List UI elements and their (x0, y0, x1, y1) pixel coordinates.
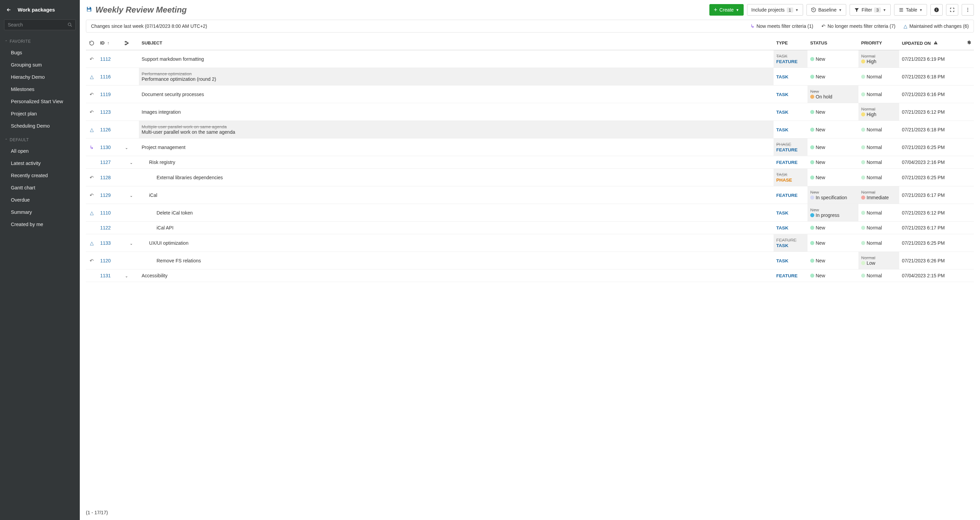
cell-id[interactable]: 1133 (97, 234, 121, 252)
fullscreen-button[interactable] (946, 4, 958, 16)
cell-subject[interactable]: iCal (139, 186, 773, 204)
cell-updated: 07/21/2023 6:25 PM (899, 169, 964, 186)
table-row[interactable]: ↶1129⌄iCalFEATURENewIn specificationNorm… (86, 186, 974, 204)
sidebar-item[interactable]: Bugs (0, 46, 80, 59)
table-row[interactable]: △1116Performance optimizationPerformance… (86, 68, 974, 86)
col-delta[interactable] (86, 35, 97, 50)
search-input[interactable] (8, 22, 67, 27)
chevron-down-icon[interactable]: ⌄ (124, 146, 129, 150)
cell-id[interactable]: 1127 (97, 156, 121, 169)
col-id[interactable]: ID ↑ (97, 35, 121, 50)
col-type[interactable]: TYPE (773, 35, 808, 50)
sidebar-item[interactable]: All open (0, 145, 80, 157)
cell-id[interactable]: 1122 (97, 222, 121, 234)
table-row[interactable]: 1127⌄Risk registryFEATURENewNormal07/04/… (86, 156, 974, 169)
cell-subject[interactable]: Remove FS relations (139, 252, 773, 269)
cell-tree-toggle[interactable]: ⌄ (121, 186, 139, 204)
chevron-down-icon[interactable]: ⌄ (124, 274, 129, 278)
table-row[interactable]: 1122iCal APITASKNewNormal07/21/2023 6:17… (86, 222, 974, 234)
filter-button[interactable]: Filter 3 ▼ (850, 4, 890, 16)
cell-subject[interactable]: UX/UI optimization (139, 234, 773, 252)
baseline-button[interactable]: Baseline ▼ (807, 4, 846, 16)
cell-updated: 07/04/2023 2:15 PM (899, 269, 964, 282)
cell-subject[interactable]: Project management (139, 138, 773, 156)
sidebar-item[interactable]: Hierachy Demo (0, 71, 80, 83)
table-row[interactable]: ↶1112Support markdown formattingTASKFEAT… (86, 50, 974, 68)
table-row[interactable]: △1110Delete iCal tokenTASKNewIn progress… (86, 204, 974, 222)
sidebar-title: Work packages (18, 7, 55, 13)
sidebar-item[interactable]: Grouping sum (0, 59, 80, 71)
cell-id[interactable]: 1110 (97, 204, 121, 222)
info-button[interactable] (931, 4, 943, 16)
status-dot (810, 241, 814, 245)
filter-icon (854, 7, 859, 13)
more-button[interactable] (962, 4, 974, 16)
create-button[interactable]: + Create ▼ (710, 4, 743, 16)
chevron-down-icon[interactable]: ⌄ (129, 241, 134, 246)
col-priority[interactable]: PRIORITY (858, 35, 899, 50)
table-row[interactable]: △1126Multiple user parallel work on same… (86, 121, 974, 138)
table-row[interactable]: △1133⌄UX/UI optimizationFEATURETASKNewNo… (86, 234, 974, 252)
cell-id[interactable]: 1116 (97, 68, 121, 86)
table-row[interactable]: ↶1120Remove FS relationsTASKNewNormalLow… (86, 252, 974, 269)
cell-id[interactable]: 1112 (97, 50, 121, 68)
table-row[interactable]: ↶1119Document security processesTASKNewO… (86, 86, 974, 103)
view-button[interactable]: Table ▼ (894, 4, 927, 16)
sidebar-item[interactable]: Overdue (0, 194, 80, 206)
cell-subject[interactable]: Multiple user parallel work on same agen… (139, 121, 773, 138)
col-updated[interactable]: UPDATED ON (899, 35, 964, 50)
cell-subject[interactable]: iCal API (139, 222, 773, 234)
col-subject[interactable]: SUBJECT (139, 35, 773, 50)
cell-id[interactable]: 1131 (97, 269, 121, 282)
cell-id[interactable]: 1123 (97, 103, 121, 121)
sidebar-item[interactable]: Milestones (0, 83, 80, 95)
sidebar-item[interactable]: Personalized Start View (0, 95, 80, 108)
sidebar-item[interactable]: Created by me (0, 218, 80, 231)
save-icon[interactable] (86, 6, 92, 14)
table-row[interactable]: ↶1128External libraries dependenciesTASK… (86, 169, 974, 186)
sidebar-item[interactable]: Recently created (0, 169, 80, 181)
nav-heading[interactable]: ⌃DEFAULT (0, 135, 80, 145)
back-arrow-icon[interactable] (6, 6, 11, 13)
chevron-down-icon: ▼ (795, 8, 799, 12)
cell-status: New (808, 169, 858, 186)
cell-subject[interactable]: Risk registry (139, 156, 773, 169)
cell-id[interactable]: 1119 (97, 86, 121, 103)
nav-heading[interactable]: ⌃FAVORITE (0, 36, 80, 46)
sidebar-item[interactable]: Project plan (0, 108, 80, 120)
col-status[interactable]: STATUS (808, 35, 858, 50)
table-row[interactable]: ↳1130⌄Project managementPHASEFEATURENewN… (86, 138, 974, 156)
cell-subject[interactable]: Accessibility (139, 269, 773, 282)
search-input-wrap[interactable] (4, 19, 76, 30)
cell-tree-toggle[interactable]: ⌄ (121, 156, 139, 169)
cell-tree-toggle[interactable]: ⌄ (121, 138, 139, 156)
cell-subject[interactable]: Document security processes (139, 86, 773, 103)
table-row[interactable]: 1131⌄AccessibilityFEATURENewNormal07/04/… (86, 269, 974, 282)
col-settings[interactable] (964, 35, 974, 50)
cell-blank (964, 269, 974, 282)
gear-icon[interactable] (966, 41, 971, 46)
sidebar-item[interactable]: Latest activity (0, 157, 80, 169)
chevron-down-icon[interactable]: ⌄ (129, 161, 134, 165)
chevron-down-icon[interactable]: ⌄ (129, 194, 134, 198)
table-row[interactable]: ↶1123Images integrationTASKNewNormalHigh… (86, 103, 974, 121)
cell-tree-toggle[interactable]: ⌄ (121, 269, 139, 282)
cell-updated: 07/21/2023 6:18 PM (899, 68, 964, 86)
cell-updated: 07/04/2023 2:16 PM (899, 156, 964, 169)
sidebar-item[interactable]: Gantt chart (0, 181, 80, 194)
cell-id[interactable]: 1126 (97, 121, 121, 138)
include-projects-button[interactable]: Include projects 1 ▼ (747, 4, 803, 16)
cell-subject[interactable]: Images integration (139, 103, 773, 121)
cell-id[interactable]: 1128 (97, 169, 121, 186)
cell-subject[interactable]: Support markdown formatting (139, 50, 773, 68)
cell-id[interactable]: 1130 (97, 138, 121, 156)
cell-subject[interactable]: Delete iCal token (139, 204, 773, 222)
cell-id[interactable]: 1120 (97, 252, 121, 269)
sidebar-item[interactable]: Scheduling Demo (0, 120, 80, 132)
sidebar-item[interactable]: Summary (0, 206, 80, 218)
col-hierarchy[interactable] (121, 35, 139, 50)
cell-subject[interactable]: Performance optimizationPerformance opti… (139, 68, 773, 86)
cell-subject[interactable]: External libraries dependencies (139, 169, 773, 186)
cell-id[interactable]: 1129 (97, 186, 121, 204)
cell-tree-toggle[interactable]: ⌄ (121, 234, 139, 252)
